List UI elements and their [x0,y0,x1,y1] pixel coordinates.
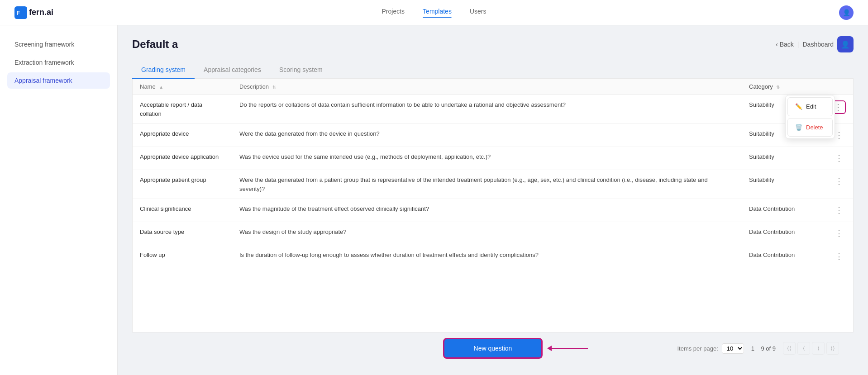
cell-desc-4: Was the magnitude of the treatment effec… [232,199,742,222]
sidebar-item-screening[interactable]: Screening framework [7,36,110,52]
footer-bar: New question Items per page: 10 25 50 1 … [132,332,854,364]
tab-grading-system[interactable]: Grading system [132,62,195,79]
cell-name-3: Appropriate patient group [133,170,232,199]
table-wrapper: Name ▲ Description ⇅ Category ⇅ [132,79,854,332]
nav-users[interactable]: Users [470,8,486,18]
table-row: Appropriate device application Was the d… [133,147,853,170]
cell-name-5: Data source type [133,222,232,245]
table-row: Acceptable report / data collation Do th… [133,95,853,124]
kebab-button-3[interactable]: ⋮ [832,176,846,187]
edit-label: Edit [806,102,816,111]
col-name-label: Name [140,83,156,90]
cell-name-2: Appropriate device application [133,147,232,170]
cell-action-4: ⋮ [823,199,853,222]
dropdown-delete[interactable]: 🗑️ Delete [787,118,833,137]
col-description-label: Description [239,83,269,90]
top-navigation: F fern.ai Projects Templates Users 👤 [0,0,868,25]
svg-text:F: F [16,10,20,16]
back-link[interactable]: ‹ Back [776,41,794,48]
cell-cat-2: Suitability [742,147,823,170]
sidebar: Screening framework Extraction framework… [0,25,118,375]
table-row: Follow up Is the duration of follow-up l… [133,245,853,268]
cell-desc-5: Was the design of the study appropriate? [232,222,742,245]
pagination-nav: ⟨⟨ ⟨ ⟩ ⟩⟩ [783,342,839,355]
sort-icon-name: ▲ [159,85,163,90]
col-name[interactable]: Name ▲ [133,79,232,95]
back-label: Back [780,41,794,48]
user-icon: 👤 [841,40,850,49]
last-page-button[interactable]: ⟩⟩ [826,342,839,355]
cell-name-6: Follow up [133,245,232,268]
items-per-page-select[interactable]: 10 25 50 [722,343,744,354]
col-category[interactable]: Category ⇅ [742,79,823,95]
first-page-button[interactable]: ⟨⟨ [783,342,796,355]
pagination: Items per page: 10 25 50 1 – 9 of 9 ⟨⟨ ⟨… [677,342,839,355]
cell-name-1: Appropriate device [133,124,232,147]
sidebar-item-extraction[interactable]: Extraction framework [7,54,110,71]
dropdown-edit[interactable]: ✏️ Edit [787,97,833,116]
cell-name-4: Clinical significance [133,199,232,222]
logo: F fern.ai [14,6,53,19]
cell-desc-1: Were the data generated from the device … [232,124,742,147]
cell-desc-6: Is the duration of follow-up long enough… [232,245,742,268]
dashboard-link[interactable]: Dashboard [803,41,834,48]
user-avatar[interactable]: 👤 [839,5,854,20]
arrow-line [552,348,588,349]
cell-action-3: ⋮ [823,170,853,199]
cell-desc-3: Were the data generated from a patient g… [232,170,742,199]
cell-name-0: Acceptable report / data collation [133,95,232,124]
tab-scoring-system[interactable]: Scoring system [270,62,332,79]
col-description[interactable]: Description ⇅ [232,79,742,95]
sort-icon-desc: ⇅ [272,85,276,90]
logo-text: fern.ai [29,8,53,17]
cell-action-0: ⋮ ✏️ Edit 🗑️ Delete [823,95,853,124]
action-button[interactable]: 👤 [837,36,854,52]
page-title: Default a [132,38,178,51]
cell-action-5: ⋮ [823,222,853,245]
kebab-button-6[interactable]: ⋮ [832,251,846,262]
kebab-button-4[interactable]: ⋮ [832,204,846,216]
table-header-row: Name ▲ Description ⇅ Category ⇅ [133,79,853,95]
sidebar-item-appraisal[interactable]: Appraisal framework [7,72,110,89]
appraisal-table: Name ▲ Description ⇅ Category ⇅ [133,79,853,268]
arrow-indicator [547,346,588,351]
table-row: Clinical significance Was the magnitude … [133,199,853,222]
tabs: Grading system Appraisal categories Scor… [132,62,854,79]
cell-cat-5: Data Contribution [742,222,823,245]
header-actions: ‹ Back | Dashboard 👤 [776,36,854,52]
cell-cat-4: Data Contribution [742,199,823,222]
items-per-page-label: Items per page: [677,345,718,352]
chevron-left-icon: ‹ [776,41,778,48]
cell-action-2: ⋮ [823,147,853,170]
table-row: Appropriate patient group Were the data … [133,170,853,199]
main-content: Default a ‹ Back | Dashboard 👤 Grading s… [118,25,868,375]
main-layout: Screening framework Extraction framework… [0,25,868,375]
kebab-button-2[interactable]: ⋮ [832,152,846,164]
nav-links: Projects Templates Users [382,8,486,18]
trash-icon: 🗑️ [795,123,802,132]
arrow-head-icon [547,346,552,351]
cell-action-6: ⋮ [823,245,853,268]
new-question-button[interactable]: New question [443,338,543,359]
nav-templates[interactable]: Templates [423,8,452,18]
cell-cat-3: Suitability [742,170,823,199]
kebab-button-5[interactable]: ⋮ [832,228,846,239]
cell-desc-2: Was the device used for the same intende… [232,147,742,170]
edit-icon: ✏️ [795,102,802,111]
pagination-info: 1 – 9 of 9 [751,345,776,352]
table-row: Appropriate device Were the data generat… [133,124,853,147]
nav-projects[interactable]: Projects [382,8,405,18]
content-header: Default a ‹ Back | Dashboard 👤 [132,36,854,52]
next-page-button[interactable]: ⟩ [812,342,825,355]
col-category-label: Category [749,83,773,90]
cell-desc-0: Do the reports or collations of data con… [232,95,742,124]
delete-label: Delete [806,123,823,132]
prev-page-button[interactable]: ⟨ [797,342,810,355]
separator: | [797,41,799,48]
col-actions [823,79,853,95]
table-row: Data source type Was the design of the s… [133,222,853,245]
sort-icon-cat: ⇅ [776,85,780,90]
cell-cat-6: Data Contribution [742,245,823,268]
tab-appraisal-categories[interactable]: Appraisal categories [195,62,270,79]
row-dropdown-menu: ✏️ Edit 🗑️ Delete [785,95,835,139]
